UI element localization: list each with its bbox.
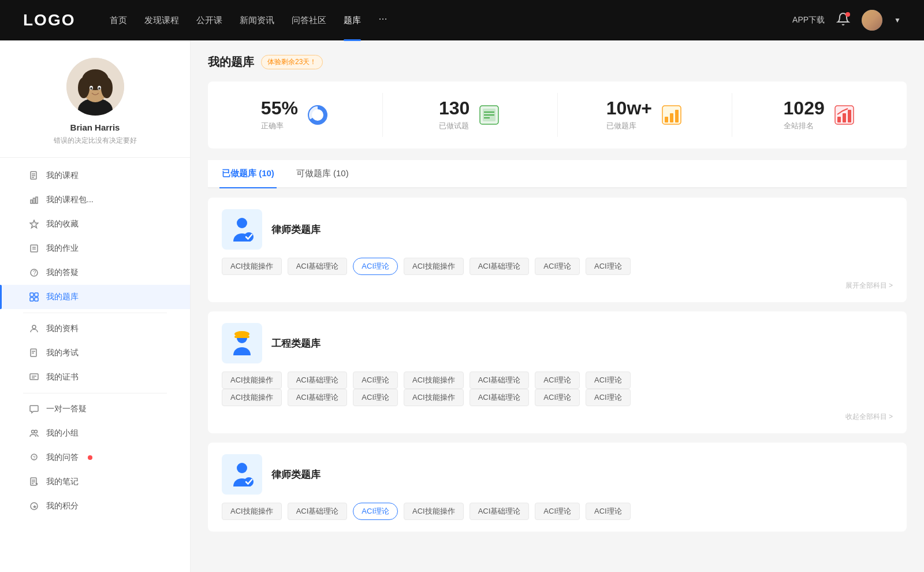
engineer-icon	[222, 323, 262, 363]
tag-item[interactable]: ACI技能操作	[404, 258, 464, 275]
svg-rect-32	[30, 374, 38, 380]
tag-item[interactable]: ACI技能操作	[404, 503, 464, 520]
svg-rect-59	[837, 117, 841, 122]
tag-item[interactable]: ACI技能操作	[404, 372, 464, 389]
sidebar-item-courses[interactable]: 我的课程	[0, 164, 190, 188]
nav-question-bank[interactable]: 题库	[344, 13, 361, 28]
tag-item[interactable]: ACI理论	[353, 389, 398, 406]
svg-rect-26	[30, 298, 33, 301]
tag-item[interactable]: ACI理论	[535, 258, 580, 275]
tag-item[interactable]: ACI基础理论	[288, 258, 348, 275]
bank-card-lawyer2-title: 律师类题库	[271, 468, 321, 481]
tabs-row: 已做题库 (10) 可做题库 (10)	[208, 160, 907, 188]
tag-item[interactable]: ACI基础理论	[470, 372, 530, 389]
nav-news[interactable]: 新闻资讯	[240, 13, 274, 28]
sidebar-item-points[interactable]: ★ 我的积分	[0, 494, 190, 518]
sidebar-item-notes[interactable]: 我的笔记	[0, 470, 190, 494]
profile-avatar[interactable]	[66, 58, 124, 116]
sidebar-item-qa[interactable]: ? 我的答疑	[0, 261, 190, 285]
person-outline-icon	[29, 324, 39, 334]
sidebar: Brian Harris 错误的决定比没有决定要好 我的课程	[0, 40, 191, 572]
expand-link-lawyer[interactable]: 展开全部科目 >	[222, 281, 893, 291]
svg-rect-25	[35, 293, 38, 296]
svg-point-36	[35, 430, 38, 433]
bank-card-engineering-tags-row2: ACI技能操作 ACI基础理论 ACI理论 ACI技能操作 ACI基础理论 AC…	[222, 389, 893, 406]
avatar[interactable]	[862, 10, 882, 31]
sidebar-item-group[interactable]: 我的小组	[0, 421, 190, 445]
tab-available-banks[interactable]: 可做题库 (10)	[294, 160, 351, 188]
stat-banks-done-label: 已做题库	[606, 121, 652, 131]
stat-questions-done-value: 130	[439, 99, 470, 117]
stat-banks-done-text: 10w+ 已做题库	[606, 99, 652, 131]
notification-bell[interactable]	[836, 12, 850, 28]
tag-item[interactable]: ACI理论	[586, 389, 631, 406]
sidebar-label-points: 我的积分	[46, 501, 79, 511]
tab-done-banks[interactable]: 已做题库 (10)	[219, 160, 277, 188]
tag-item[interactable]: ACI基础理论	[470, 258, 530, 275]
sidebar-item-certificates[interactable]: 我的证书	[0, 365, 190, 389]
nav-discover[interactable]: 发现课程	[144, 13, 179, 28]
page-title: 我的题库	[208, 54, 254, 70]
group-icon	[29, 428, 39, 439]
notes-icon	[29, 477, 39, 487]
nav-home[interactable]: 首页	[110, 13, 127, 28]
nav-more[interactable]: ···	[378, 13, 387, 28]
bank-card-lawyer2-tags: ACI技能操作 ACI基础理论 ACI理论 ACI技能操作 ACI基础理论 AC…	[222, 503, 893, 520]
chart-bar-icon	[29, 195, 39, 205]
logo: LOGO	[23, 11, 75, 29]
nav-open-course[interactable]: 公开课	[196, 13, 222, 28]
tag-item[interactable]: ACI理论	[535, 372, 580, 389]
sidebar-label-favorites: 我的收藏	[46, 219, 79, 229]
sidebar-item-profile[interactable]: 我的资料	[0, 317, 190, 341]
sidebar-label-question-bank: 我的题库	[46, 292, 79, 302]
sidebar-item-course-packages[interactable]: 我的课程包...	[0, 188, 190, 212]
stat-questions-done-label: 已做试题	[439, 121, 470, 131]
star-icon	[29, 219, 39, 229]
tag-item[interactable]: ACI理论	[353, 372, 398, 389]
sidebar-label-certificates: 我的证书	[46, 372, 79, 382]
tag-item[interactable]: ACI技能操作	[222, 258, 282, 275]
stat-questions-done: 130 已做试题	[383, 93, 558, 137]
tag-item[interactable]: ACI技能操作	[222, 503, 282, 520]
sidebar-item-exams[interactable]: 我的考试	[0, 341, 190, 365]
sidebar-label-qa: 我的答疑	[46, 268, 79, 278]
stat-rank: 1029 全站排名	[732, 93, 907, 137]
page-header: 我的题库 体验剩余23天！	[208, 40, 907, 81]
sidebar-item-my-qa[interactable]: ? 我的问答	[0, 445, 190, 470]
collapse-link-engineering[interactable]: 收起全部科目 >	[222, 412, 893, 422]
tag-item[interactable]: ACI基础理论	[288, 503, 348, 520]
app-download[interactable]: APP下载	[792, 15, 825, 25]
tag-item[interactable]: ACI基础理论	[470, 503, 530, 520]
rank-icon	[833, 103, 856, 127]
tag-item[interactable]: ACI理论	[535, 389, 580, 406]
bank-card-engineering: 工程类题库 ACI技能操作 ACI基础理论 ACI理论 ACI技能操作 ACI基…	[208, 311, 907, 433]
tag-item-active[interactable]: ACI理论	[353, 503, 398, 520]
bank-card-lawyer: 律师类题库 ACI技能操作 ACI基础理论 ACI理论 ACI技能操作 ACI基…	[208, 198, 907, 302]
sidebar-item-question-bank[interactable]: 我的题库	[0, 285, 190, 309]
sidebar-item-favorites[interactable]: 我的收藏	[0, 212, 190, 236]
nav-qa[interactable]: 问答社区	[292, 13, 326, 28]
tag-item[interactable]: ACI基础理论	[470, 389, 530, 406]
tag-item[interactable]: ACI理论	[586, 258, 631, 275]
qa-badge	[88, 455, 92, 460]
tag-item[interactable]: ACI基础理论	[288, 372, 348, 389]
tag-item[interactable]: ACI理论	[535, 503, 580, 520]
svg-point-10	[98, 87, 100, 90]
sidebar-item-homework[interactable]: 我的作业	[0, 236, 190, 261]
tag-item[interactable]: ACI技能操作	[404, 389, 464, 406]
svg-text:★: ★	[32, 504, 37, 510]
tag-item-active[interactable]: ACI理论	[353, 258, 398, 275]
stat-accuracy-label: 正确率	[261, 121, 298, 131]
stat-accuracy: 55% 正确率	[208, 93, 383, 137]
sidebar-label-exams: 我的考试	[46, 348, 79, 358]
question-circle-icon: ?	[29, 268, 39, 278]
tag-item[interactable]: ACI技能操作	[222, 372, 282, 389]
sidebar-label-my-qa: 我的问答	[46, 452, 79, 463]
profile-dropdown-icon[interactable]: ▼	[894, 16, 901, 24]
svg-rect-19	[31, 245, 38, 252]
sidebar-item-tutor[interactable]: 一对一答疑	[0, 397, 190, 421]
tag-item[interactable]: ACI理论	[586, 503, 631, 520]
tag-item[interactable]: ACI基础理论	[288, 389, 348, 406]
tag-item[interactable]: ACI理论	[586, 372, 631, 389]
tag-item[interactable]: ACI技能操作	[222, 389, 282, 406]
